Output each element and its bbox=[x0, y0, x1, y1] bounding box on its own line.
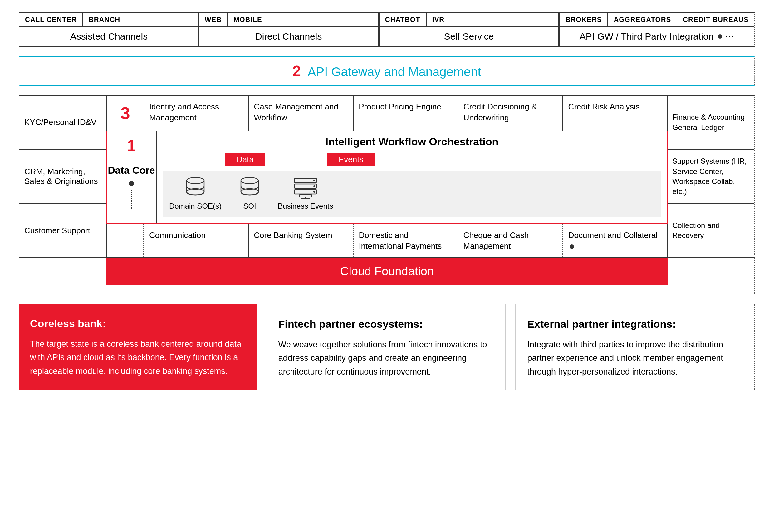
right-col-support-systems: Support Systems (HR, Service Center, Wor… bbox=[668, 150, 754, 204]
module-credit-decisioning: Credit Decisioning & Underwriting bbox=[458, 96, 563, 131]
module-credit-risk: Credit Risk Analysis bbox=[563, 96, 667, 131]
api-gw-dot bbox=[718, 34, 722, 39]
iwo-num-col: 1 Data Core bbox=[107, 131, 157, 223]
data-label: Data bbox=[225, 153, 265, 166]
module-product-pricing: Product Pricing Engine bbox=[354, 96, 458, 131]
module-identity: Identity and Access Management bbox=[144, 96, 249, 131]
card-coreless: Coreless bank: The target state is a cor… bbox=[19, 304, 257, 390]
right-col-collection: Collection and Recovery bbox=[668, 204, 754, 257]
api-gw-ellipsis: ··· bbox=[725, 31, 734, 41]
assisted-channels-group: CALL CENTER BRANCH Assisted Channels bbox=[19, 12, 199, 47]
bottom-module-document-text: Document and Collateral bbox=[568, 230, 658, 240]
soi-item: SOI bbox=[240, 177, 259, 210]
data-core-dot bbox=[129, 181, 134, 186]
iwo-title: Intelligent Workflow Orchestration bbox=[163, 136, 661, 148]
left-col-crm: CRM, Marketing, Sales & Originations bbox=[19, 150, 106, 204]
svg-rect-10 bbox=[299, 195, 312, 197]
direct-channels-label: Direct Channels bbox=[252, 27, 325, 46]
api-gateway-number: 2 bbox=[293, 63, 301, 79]
domain-soe-item: Domain SOE(s) bbox=[169, 177, 222, 210]
right-column: Finance & Accounting General Ledger Supp… bbox=[668, 95, 755, 258]
svg-rect-6 bbox=[295, 190, 317, 194]
number-3-box: 3 bbox=[107, 96, 144, 131]
cloud-foundation-label: Cloud Foundation bbox=[106, 258, 668, 285]
card-external: External partner integrations: Integrate… bbox=[515, 304, 755, 390]
left-col-kyc: KYC/Personal ID&V bbox=[19, 96, 106, 150]
tag-credit-bureaus: CREDIT BUREAUS bbox=[677, 13, 754, 26]
cloud-right-spacer bbox=[668, 258, 755, 294]
cloud-foundation-bar: Cloud Foundation bbox=[106, 258, 668, 294]
left-column: KYC/Personal ID&V CRM, Marketing, Sales … bbox=[19, 95, 106, 258]
main-architecture: KYC/Personal ID&V CRM, Marketing, Sales … bbox=[19, 95, 755, 258]
tag-ivr: IVR bbox=[427, 13, 450, 26]
domain-soe-icon bbox=[186, 177, 205, 199]
business-events-label: Business Events bbox=[278, 202, 333, 210]
cloud-foundation-row: Cloud Foundation bbox=[19, 258, 755, 294]
iwo-content: Intelligent Workflow Orchestration Data … bbox=[157, 131, 667, 223]
bottom-module-communication: Communication bbox=[144, 224, 249, 257]
iwo-number: 1 bbox=[127, 136, 136, 155]
left-col-customer-support: Customer Support bbox=[19, 204, 106, 257]
tag-chatbot: CHATBOT bbox=[380, 13, 427, 26]
svg-point-9 bbox=[313, 191, 315, 193]
bottom-module-document: Document and Collateral bbox=[563, 224, 667, 257]
right-col-finance: Finance & Accounting General Ledger bbox=[668, 96, 754, 150]
direct-channels-group: WEB MOBILE Direct Channels bbox=[199, 12, 379, 47]
svg-point-2 bbox=[241, 177, 259, 184]
assisted-channels-label: Assisted Channels bbox=[67, 27, 151, 46]
channels-row: CALL CENTER BRANCH Assisted Channels WEB… bbox=[19, 12, 755, 47]
tag-brokers: BROKERS bbox=[559, 13, 608, 26]
tag-web: WEB bbox=[199, 13, 228, 26]
svg-point-8 bbox=[313, 185, 315, 187]
document-dot bbox=[569, 244, 574, 249]
center-area: 3 Identity and Access Management Case Ma… bbox=[106, 95, 668, 258]
data-core-label: Data Core bbox=[108, 164, 155, 176]
bottom-module-core-banking: Core Banking System bbox=[249, 224, 354, 257]
bottom-module-payments: Domestic and International Payments bbox=[354, 224, 458, 257]
bottom-cards-row: Coreless bank: The target state is a cor… bbox=[19, 304, 755, 390]
card-external-title: External partner integrations: bbox=[527, 316, 743, 332]
card-external-body: Integrate with third parties to improve … bbox=[527, 338, 743, 379]
bottom-modules-row: Communication Core Banking System Domest… bbox=[106, 224, 668, 258]
domain-soe-label: Domain SOE(s) bbox=[169, 202, 222, 210]
api-gw-label: API GW / Third Party Integration ··· bbox=[576, 27, 738, 46]
dotted-line-down bbox=[131, 190, 132, 209]
card-fintech-body: We weave together solutions from fintech… bbox=[278, 338, 494, 379]
layer3-number: 3 bbox=[120, 101, 130, 125]
svg-point-0 bbox=[186, 177, 204, 184]
module-case-mgmt: Case Management and Workflow bbox=[249, 96, 354, 131]
card-fintech-title: Fintech partner ecosystems: bbox=[278, 316, 494, 332]
tag-mobile: MOBILE bbox=[228, 13, 268, 26]
bottom-module-cheque: Cheque and Cash Management bbox=[458, 224, 563, 257]
api-gateway-section: 2 API Gateway and Management bbox=[19, 56, 755, 86]
card-fintech: Fintech partner ecosystems: We weave tog… bbox=[267, 304, 506, 390]
tag-branch: BRANCH bbox=[83, 13, 126, 26]
svg-rect-4 bbox=[295, 178, 317, 183]
card-coreless-body: The target state is a coreless bank cent… bbox=[30, 337, 246, 378]
events-label: Events bbox=[327, 153, 375, 166]
card-coreless-title: Coreless bank: bbox=[30, 315, 246, 332]
business-events-icon bbox=[293, 177, 318, 199]
soi-icon bbox=[240, 177, 259, 199]
self-service-label: Self Service bbox=[441, 27, 497, 46]
iwo-icons-area: Domain SOE(s) SOI bbox=[163, 171, 661, 217]
bottom-module-empty bbox=[107, 224, 144, 257]
soi-label: SOI bbox=[243, 202, 256, 210]
api-gw-group: BROKERS AGGREGATORS CREDIT BUREAUS API G… bbox=[559, 12, 755, 47]
business-events-item: Business Events bbox=[278, 177, 333, 210]
api-gateway-title: API Gateway and Management bbox=[308, 65, 481, 79]
cloud-left-spacer bbox=[19, 258, 106, 294]
tag-call-center: CALL CENTER bbox=[19, 13, 83, 26]
svg-rect-5 bbox=[295, 184, 317, 188]
iwo-section: 1 Data Core Intelligent Workflow Orchest… bbox=[106, 131, 668, 224]
self-service-group: CHATBOT IVR Self Service bbox=[379, 12, 559, 47]
iwo-labels-row: Data Events bbox=[163, 153, 661, 166]
tag-aggregators: AGGREGATORS bbox=[608, 13, 677, 26]
top-modules-row: 3 Identity and Access Management Case Ma… bbox=[106, 95, 668, 131]
svg-point-7 bbox=[313, 180, 315, 181]
